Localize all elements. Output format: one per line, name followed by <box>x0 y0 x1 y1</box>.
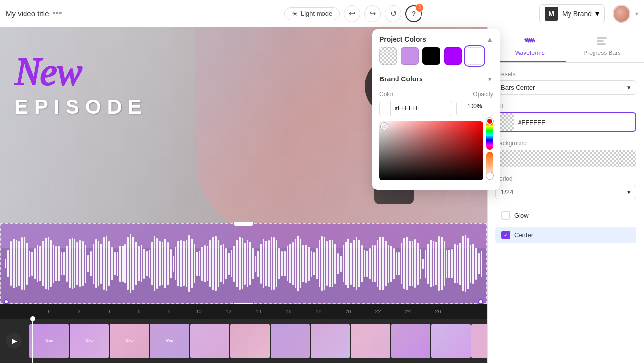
hue-thumb <box>486 118 493 125</box>
swatch-black[interactable] <box>422 47 440 65</box>
gradient-cursor <box>381 123 388 130</box>
timeline-area: 02468101214161820222426 ▶ NewNewNewNew <box>0 304 487 363</box>
light-mode-button[interactable]: ☀ Light mode <box>284 7 340 20</box>
help-icon: ? <box>412 10 416 17</box>
video-title: My video title <box>6 9 49 18</box>
period-value: 1/24 <box>501 188 513 196</box>
redo-icon: ↪ <box>370 9 376 18</box>
period-chevron-icon: ▾ <box>627 188 631 196</box>
timeline-thumbnail[interactable] <box>351 324 390 358</box>
glow-checkbox[interactable] <box>501 211 510 220</box>
timeline-thumbnail[interactable]: New <box>29 324 69 358</box>
fill-label: Fill <box>495 103 636 109</box>
help-button[interactable]: ? 1 <box>405 5 422 22</box>
svg-rect-1 <box>597 40 604 42</box>
swatch-purple[interactable] <box>401 47 419 65</box>
glow-label: Glow <box>514 212 529 219</box>
brand-selector[interactable]: M My Brand ▾ <box>539 4 605 23</box>
svg-rect-2 <box>597 43 606 45</box>
alpha-slider[interactable] <box>486 152 493 180</box>
color-picker-popup: Project Colors ▲ Brand Colors ▼ Color Op… <box>372 29 500 190</box>
fill-hex-input[interactable] <box>514 115 635 130</box>
brand-name: My Brand <box>562 10 592 18</box>
timeline-thumbnail[interactable] <box>391 324 430 358</box>
background-section: Background <box>495 140 636 167</box>
svg-rect-0 <box>597 37 607 39</box>
presets-label: Presets <box>495 71 636 78</box>
resize-handle-top[interactable] <box>234 222 253 226</box>
play-icon: ▶ <box>12 337 17 345</box>
brand-initial: M <box>545 7 558 21</box>
tab-progress-bars[interactable]: Progress Bars <box>566 31 639 62</box>
refresh-button[interactable]: ↺ <box>385 5 401 22</box>
hue-slider[interactable] <box>486 121 493 150</box>
avatar-chevron-icon: ▾ <box>635 10 638 17</box>
period-dropdown[interactable]: 1/24 ▾ <box>495 185 636 199</box>
timeline-thumbnail[interactable]: New <box>110 324 149 358</box>
brand-colors-title: Brand Colors <box>379 75 423 83</box>
swatch-white[interactable] <box>466 47 483 65</box>
undo-icon: ↩ <box>349 9 355 18</box>
brand-chevron-icon: ▾ <box>595 9 599 18</box>
timeline-thumbnail[interactable] <box>471 324 487 358</box>
timeline-thumbnail[interactable]: New <box>70 324 109 358</box>
alpha-thumb <box>486 172 493 179</box>
gradient-canvas[interactable] <box>379 121 483 180</box>
opacity-input[interactable] <box>457 101 493 112</box>
background-swatch[interactable] <box>495 150 636 167</box>
resize-handle-right[interactable] <box>478 299 483 304</box>
timeline-thumbnail[interactable]: New <box>150 324 189 358</box>
color-preview-swatch[interactable] <box>380 101 391 116</box>
help-badge: 1 <box>416 4 423 12</box>
gradient-picker-row <box>372 121 500 184</box>
episode-text: EPISODE <box>15 95 148 119</box>
opacity-input-label: Opacity <box>468 91 493 98</box>
play-button[interactable]: ▶ <box>6 333 22 349</box>
background-label: Background <box>495 140 636 147</box>
timeline-thumbnail[interactable] <box>311 324 350 358</box>
toolbar-center: ☀ Light mode ↩ ↪ ↺ ? 1 <box>284 5 422 22</box>
timeline-thumbnail[interactable] <box>190 324 229 358</box>
main-area: New EPISODE ↻ 02468101214161820222426 ▶ … <box>0 27 644 363</box>
color-opacity-row: Color Opacity <box>372 87 500 101</box>
period-label: Period <box>495 175 636 182</box>
project-colors-collapse-icon[interactable]: ▲ <box>486 35 493 43</box>
color-hex-field <box>379 101 452 116</box>
timeline-thumbnails: NewNewNewNew <box>29 324 487 358</box>
center-checkbox[interactable]: ✓ <box>501 231 510 239</box>
tab-waveforms[interactable]: Waveforms <box>494 31 566 62</box>
swatch-transparent[interactable] <box>379 47 397 65</box>
more-options-button[interactable]: ••• <box>53 8 62 19</box>
timeline-thumbnail[interactable] <box>271 324 310 358</box>
waveform-element[interactable] <box>0 223 487 304</box>
resize-handle-left[interactable] <box>4 299 9 304</box>
fill-input-row <box>495 112 636 132</box>
swatch-violet[interactable] <box>444 47 462 65</box>
waveforms-tab-label: Waveforms <box>515 50 545 56</box>
timeline-thumbnail[interactable] <box>431 324 471 358</box>
progress-bars-tab-icon <box>596 35 608 48</box>
panel-content: Presets Bars Center ▾ Fill Background <box>488 63 644 363</box>
brand-colors-header: Brand Colors ▼ <box>372 71 500 87</box>
slider-column <box>486 121 493 180</box>
waveform-bars <box>1 224 486 303</box>
episode-overlay: New EPISODE <box>15 52 148 119</box>
undo-button[interactable]: ↩ <box>344 5 360 22</box>
timeline-track: ▶ NewNewNewNew <box>0 319 487 363</box>
presets-section: Presets Bars Center ▾ <box>495 71 636 95</box>
project-colors-title: Project Colors <box>379 35 426 43</box>
playhead <box>32 319 33 363</box>
opacity-field <box>456 101 493 116</box>
presets-dropdown[interactable]: Bars Center ▾ <box>495 80 636 95</box>
glow-row[interactable]: Glow <box>495 207 636 224</box>
redo-button[interactable]: ↪ <box>364 5 381 22</box>
progress-bars-tab-label: Progress Bars <box>583 50 620 56</box>
brand-colors-collapse-icon[interactable]: ▼ <box>486 75 493 83</box>
timeline-thumbnail[interactable] <box>230 324 270 358</box>
right-panel: Waveforms Progress Bars Presets Ba <box>487 27 644 363</box>
waveform-tab-icon <box>524 35 536 48</box>
color-hex-input[interactable] <box>391 103 452 114</box>
presets-chevron-icon: ▾ <box>627 84 631 91</box>
avatar[interactable] <box>613 5 630 23</box>
center-row[interactable]: ✓ Center <box>495 227 636 243</box>
